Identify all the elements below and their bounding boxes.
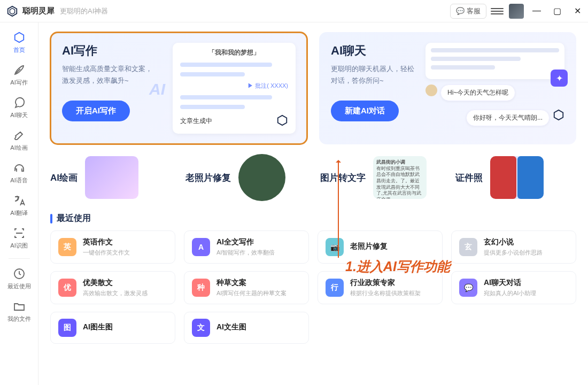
card-title: AI文生图: [216, 322, 246, 332]
recent-card[interactable]: 图AI图生图: [50, 312, 175, 344]
tool-title: AI绘画: [50, 172, 78, 184]
recent-card[interactable]: 💬AI聊天对话宛如真人的AI小助理: [451, 271, 576, 304]
hamburger-menu-icon[interactable]: [491, 5, 504, 18]
tool-thumb-doc: 武昌街的小调有时候到重庆喝茶书总会不由自地默默武昌街走去。了。最近发现武昌街大大…: [373, 156, 427, 199]
card-badge-icon: 英: [58, 238, 76, 256]
card-badge-icon: 优: [58, 279, 76, 297]
card-badge-icon: 玄: [459, 238, 477, 256]
card-subtitle: AI智能写作，效率翻倍: [216, 249, 275, 257]
title-bar: 聪明灵犀 更聪明的AI神器 💬 客服 — ▢ ✕: [0, 0, 588, 22]
card-badge-icon: 图: [58, 319, 76, 337]
sidebar-item-label: AI绘画: [10, 144, 27, 152]
card-title: AI全文写作: [216, 237, 275, 247]
hexagon-icon: [553, 109, 564, 123]
sidebar-item-recent[interactable]: 最近使用: [3, 263, 35, 295]
card-title: 行业政策专家: [350, 278, 421, 288]
hexagon-icon: [276, 114, 288, 128]
tool-title: 图片转文字: [320, 172, 366, 184]
tool-card-photorestore[interactable]: 老照片修复: [185, 154, 307, 201]
recent-card[interactable]: 优优美散文高效输出散文，激发灵感: [50, 271, 175, 304]
svg-marker-0: [8, 6, 17, 16]
customer-service-label: 客服: [467, 6, 481, 16]
chat-icon: [13, 96, 26, 109]
tool-card-idphoto[interactable]: 证件照: [455, 154, 577, 201]
chat-question-bubble: Hi~今天的天气怎样呢: [440, 84, 515, 101]
chat-avatar-icon: [425, 84, 437, 96]
card-title: 种草文案: [216, 278, 287, 288]
sidebar-item-label: AI语音: [10, 176, 27, 184]
tools-row: AI绘画 老照片修复 图片转文字 武昌街的小调有时候到重庆喝茶书总会不由自地默默…: [50, 154, 576, 201]
svg-marker-2: [14, 33, 24, 42]
recent-section-heading: 最近使用: [50, 213, 576, 224]
tool-thumb-paint: [85, 156, 138, 199]
sidebar-item-label: 首页: [13, 46, 25, 54]
sidebar-item-voice[interactable]: AI语音: [3, 157, 35, 189]
recent-card[interactable]: 文AI文生图: [184, 312, 309, 344]
card-title: 优美散文: [83, 278, 148, 288]
window-minimize-button[interactable]: —: [531, 6, 542, 16]
card-title: AI聊天对话: [484, 278, 536, 288]
chat-preview-panel: ✦ Hi~今天的天气怎样呢 你好呀，今天天气晴朗...: [425, 43, 564, 134]
folder-icon: [13, 300, 26, 313]
translate-icon: [13, 194, 26, 207]
card-badge-icon: 行: [326, 279, 344, 297]
sidebar: 首页 AI写作 AI聊天 AI绘画 AI语音 AI翻译 AI识图 最: [0, 22, 38, 385]
start-writing-button[interactable]: 开启AI写作: [62, 101, 130, 121]
tool-thumb-idphoto: [490, 156, 544, 199]
sidebar-item-files[interactable]: 我的文件: [3, 296, 35, 327]
hero-chat-desc: 更聪明的聊天机器人，轻松 对话，答你所问~: [331, 63, 417, 87]
recent-card[interactable]: 英英语作文一键创作英文作文: [50, 230, 175, 264]
main-content: AI写作 智能生成高质量文章和文案， 激发灵感，效率飙升~ 开启AI写作 AI …: [38, 22, 588, 385]
sidebar-item-label: AI识图: [10, 242, 27, 250]
tool-title: 证件照: [455, 172, 483, 184]
svg-marker-1: [10, 8, 14, 14]
sidebar-item-ocr[interactable]: AI识图: [3, 222, 35, 254]
card-title: 玄幻小说: [484, 237, 543, 247]
sidebar-item-chat[interactable]: AI聊天: [3, 92, 35, 124]
recent-card[interactable]: 行行业政策专家根据行业名称提供政策框架: [318, 271, 443, 304]
scan-icon: [13, 227, 26, 240]
sidebar-item-label: 最近使用: [7, 282, 31, 290]
hero-card-chat[interactable]: AI聊天 更聪明的聊天机器人，轻松 对话，答你所问~ 新建AI对话 ✦ Hi~今…: [319, 32, 576, 144]
card-badge-icon: 文: [192, 319, 210, 337]
preview-status-text: 文章生成中: [180, 117, 212, 126]
app-name: 聪明灵犀: [22, 6, 55, 16]
sidebar-item-label: 我的文件: [7, 315, 31, 323]
hero-card-writing[interactable]: AI写作 智能生成高质量文章和文案， 激发灵感，效率飙升~ 开启AI写作 AI …: [50, 32, 307, 144]
tool-card-paint[interactable]: AI绘画: [50, 154, 172, 201]
app-slogan: 更聪明的AI神器: [60, 6, 108, 16]
sidebar-item-label: AI翻译: [10, 209, 27, 217]
card-subtitle: AI撰写任何主题的种草文案: [216, 289, 287, 297]
sidebar-item-label: AI写作: [10, 79, 27, 87]
card-badge-icon: 种: [192, 279, 210, 297]
recent-card[interactable]: AAI全文写作AI智能写作，效率翻倍: [184, 230, 309, 264]
sidebar-item-paint[interactable]: AI绘画: [3, 125, 35, 156]
sidebar-item-translate[interactable]: AI翻译: [3, 190, 35, 221]
ocr-doc-body: 有时候到重庆喝茶书总会不由自地默默武昌街走去。了。最近发现武昌街大大不同了,尤其…: [376, 166, 421, 199]
recent-grid: 英英语作文一键创作英文作文 AAI全文写作AI智能写作，效率翻倍 📷老照片修复 …: [50, 230, 576, 344]
recent-card[interactable]: 玄玄幻小说提供更多小说创作思路: [451, 230, 576, 264]
card-badge-icon: 📷: [326, 238, 344, 256]
new-chat-button[interactable]: 新建AI对话: [331, 101, 399, 121]
window-close-button[interactable]: ✕: [572, 6, 583, 16]
user-avatar[interactable]: [509, 4, 524, 19]
sidebar-item-writing[interactable]: AI写作: [3, 59, 35, 91]
card-subtitle: 提供更多小说创作思路: [484, 249, 543, 257]
annotation-arrow: [338, 161, 339, 258]
app-logo-icon: [5, 4, 19, 18]
window-maximize-button[interactable]: ▢: [552, 6, 562, 16]
hero-chat-title: AI聊天: [331, 43, 417, 59]
headphones-icon: [13, 161, 26, 174]
card-title: 老照片修复: [350, 242, 388, 251]
chat-bubble-icon: 💬: [456, 7, 465, 15]
feather-icon: [13, 64, 26, 76]
hero-writing-title: AI写作: [62, 43, 164, 59]
tool-thumb-photo: [238, 154, 285, 201]
customer-service-button[interactable]: 💬 客服: [450, 4, 486, 19]
sidebar-item-label: AI聊天: [10, 111, 27, 119]
ai-watermark: AI: [149, 80, 165, 98]
card-title: AI图生图: [83, 322, 113, 332]
sidebar-separator: [9, 258, 30, 259]
sidebar-item-home[interactable]: 首页: [3, 27, 35, 58]
recent-card[interactable]: 种种草文案AI撰写任何主题的种草文案: [184, 271, 309, 304]
